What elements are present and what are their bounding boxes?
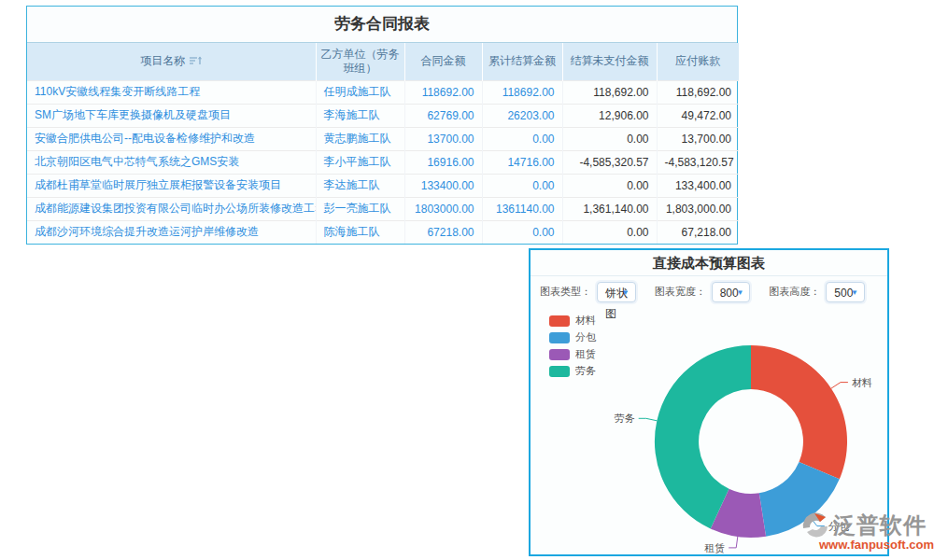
unpaid-amount: 0.00 xyxy=(562,127,657,150)
column-header: 乙方单位（劳务班组） xyxy=(316,43,404,80)
legend-label: 材料 xyxy=(575,314,596,328)
column-header: 合同金额 xyxy=(404,43,482,80)
legend-swatch xyxy=(549,366,570,377)
payable-amount: 13,700.00 xyxy=(657,127,739,150)
project-name-link[interactable]: 安徽合肥供电公司--配电设备检修维护和改造 xyxy=(27,127,316,150)
watermark-name: 泛普软件 xyxy=(833,513,927,538)
segment-label: 租赁 xyxy=(704,542,725,553)
payable-amount: 1,803,000.00 xyxy=(657,197,739,220)
project-name-link[interactable]: 成都能源建设集团投资有限公司临时办公场所装修改造工程EPC xyxy=(27,197,316,220)
table-row: 110kV安徽线程集变开断线路工程任明成施工队118692.00118692.0… xyxy=(27,80,739,104)
project-name-link[interactable]: 成都杜甫草堂临时展厅独立展柜报警设备安装项目 xyxy=(27,174,316,197)
payable-amount: -4,583,120.57 xyxy=(657,150,739,174)
team-link[interactable]: 彭一亮施工队 xyxy=(316,197,404,220)
team-link[interactable]: 黄志鹏施工队 xyxy=(316,127,404,150)
sort-icon[interactable] xyxy=(190,56,202,65)
control-label: 图表高度： xyxy=(769,285,820,299)
legend-item-材料[interactable]: 材料 xyxy=(549,315,596,327)
report-header-row: 项目名称乙方单位（劳务班组）合同金额累计结算金额结算未支付金额应付账款 xyxy=(27,43,739,80)
contract-amount: 13700.00 xyxy=(404,127,482,150)
contract-amount: 1803000.00 xyxy=(404,197,482,220)
settled-amount: 14716.00 xyxy=(482,150,562,174)
table-row: 成都能源建设集团投资有限公司临时办公场所装修改造工程EPC彭一亮施工队18030… xyxy=(27,197,739,220)
report-table: 项目名称乙方单位（劳务班组）合同金额累计结算金额结算未支付金额应付账款 110k… xyxy=(27,43,739,244)
legend-item-劳务[interactable]: 劳务 xyxy=(549,365,596,377)
contract-amount: 16916.00 xyxy=(404,150,482,174)
label-connector xyxy=(831,383,848,389)
column-header: 结算未支付金额 xyxy=(562,43,657,80)
label-connector xyxy=(729,537,738,548)
table-row: 成都沙河环境综合提升改造运河护岸维修改造陈海施工队67218.000.000.0… xyxy=(27,220,739,244)
page: 劳务合同报表 项目名称乙方单位（劳务班组）合同金额累计结算金额结算未支付金额应付… xyxy=(0,0,934,560)
payable-amount: 118,692.00 xyxy=(657,80,739,104)
project-name-link[interactable]: 北京朝阳区电气中芯特气系统之GMS安装 xyxy=(27,150,316,174)
payable-amount: 67,218.00 xyxy=(657,220,739,244)
chart-width-select[interactable]: 800▼ xyxy=(712,282,751,302)
contract-amount: 62769.00 xyxy=(404,104,482,127)
settled-amount: 0.00 xyxy=(482,174,562,197)
project-name-link[interactable]: 110kV安徽线程集变开断线路工程 xyxy=(27,80,316,104)
segment-label: 劳务 xyxy=(615,413,635,424)
legend-swatch xyxy=(549,349,570,360)
team-link[interactable]: 李海施工队 xyxy=(316,104,404,127)
settled-amount: 0.00 xyxy=(482,127,562,150)
chevron-down-icon: ▼ xyxy=(736,283,743,303)
legend-swatch xyxy=(549,315,570,327)
chart-legend: 材料分包租赁劳务 xyxy=(549,315,596,382)
table-row: 成都杜甫草堂临时展厅独立展柜报警设备安装项目李达施工队133400.000.00… xyxy=(27,174,739,197)
pie-segment-材料[interactable] xyxy=(751,345,847,479)
settled-amount: 26203.00 xyxy=(482,104,562,127)
watermark: 泛普软件 www.fanpusoft.com xyxy=(801,510,934,552)
column-header: 应付账款 xyxy=(657,43,739,80)
contract-amount: 118692.00 xyxy=(404,80,482,104)
fanpu-logo-icon xyxy=(801,510,833,538)
team-link[interactable]: 李小平施工队 xyxy=(316,150,404,174)
settled-amount: 1361140.00 xyxy=(482,197,562,220)
settled-amount: 0.00 xyxy=(482,220,562,244)
legend-label: 劳务 xyxy=(575,364,596,378)
team-link[interactable]: 李达施工队 xyxy=(316,174,404,197)
chart-controls: 图表类型：饼状图▼图表宽度：800▼图表高度：500▼ xyxy=(531,276,887,307)
legend-item-分包[interactable]: 分包 xyxy=(549,331,596,343)
control-label: 图表类型： xyxy=(540,285,591,299)
team-link[interactable]: 任明成施工队 xyxy=(316,80,404,104)
table-row: 北京朝阳区电气中芯特气系统之GMS安装李小平施工队16916.0014716.0… xyxy=(27,150,739,174)
settled-amount: 118692.00 xyxy=(482,80,562,104)
control-label: 图表宽度： xyxy=(655,285,706,299)
unpaid-amount: 0.00 xyxy=(562,220,657,244)
team-link[interactable]: 陈海施工队 xyxy=(316,220,404,244)
unpaid-amount: -4,585,320.57 xyxy=(562,150,657,174)
payable-amount: 49,472.00 xyxy=(657,104,739,127)
project-name-link[interactable]: SM广场地下车库更换摄像机及硬盘项目 xyxy=(27,104,316,127)
chart-height-select[interactable]: 500▼ xyxy=(826,282,865,302)
watermark-url: www.fanpusoft.com xyxy=(801,538,934,552)
column-header: 项目名称 xyxy=(27,43,316,80)
unpaid-amount: 118,692.00 xyxy=(562,80,657,104)
report-title: 劳务合同报表 xyxy=(27,7,737,43)
contract-amount: 67218.00 xyxy=(404,220,482,244)
legend-item-租赁[interactable]: 租赁 xyxy=(549,348,596,360)
unpaid-amount: 1,361,140.00 xyxy=(562,197,657,220)
labor-contract-report-panel: 劳务合同报表 项目名称乙方单位（劳务班组）合同金额累计结算金额结算未支付金额应付… xyxy=(26,6,738,245)
column-header: 累计结算金额 xyxy=(482,43,562,80)
table-row: SM广场地下车库更换摄像机及硬盘项目李海施工队62769.0026203.001… xyxy=(27,104,739,127)
project-name-link[interactable]: 成都沙河环境综合提升改造运河护岸维修改造 xyxy=(27,220,316,244)
chevron-down-icon: ▼ xyxy=(622,283,630,303)
chart-title: 直接成本预算图表 xyxy=(531,250,887,276)
legend-label: 租赁 xyxy=(575,347,596,361)
label-connector xyxy=(639,418,658,421)
payable-amount: 133,400.00 xyxy=(657,174,739,197)
unpaid-amount: 0.00 xyxy=(562,174,657,197)
contract-amount: 133400.00 xyxy=(404,174,482,197)
chart-type-select[interactable]: 饼状图▼ xyxy=(597,282,636,302)
segment-label: 材料 xyxy=(852,377,872,388)
chevron-down-icon: ▼ xyxy=(851,283,858,303)
unpaid-amount: 12,906.00 xyxy=(562,104,657,127)
legend-swatch xyxy=(549,332,570,343)
table-row: 安徽合肥供电公司--配电设备检修维护和改造黄志鹏施工队13700.000.000… xyxy=(27,127,739,150)
legend-label: 分包 xyxy=(575,330,596,344)
